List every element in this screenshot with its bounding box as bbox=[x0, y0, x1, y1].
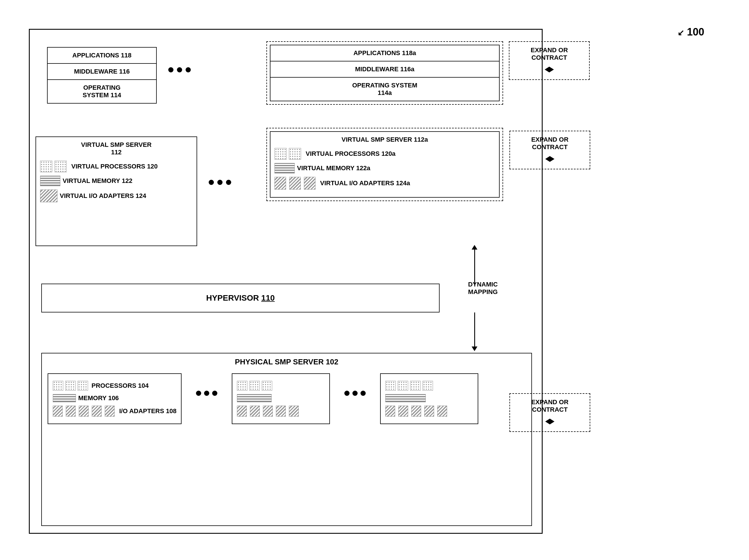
rvproc-icon-1 bbox=[275, 148, 286, 160]
pproc-icon-2 bbox=[65, 381, 76, 390]
phys-mid-box bbox=[232, 373, 330, 424]
r-pio-4 bbox=[424, 406, 434, 417]
left-vio-row: VIRTUAL I/O ADAPTERS 124 bbox=[40, 189, 193, 202]
right-vio-row: VIRTUAL I/O ADAPTERS 124a bbox=[275, 177, 495, 189]
left-software-stack: APPLICATIONS 118 MIDDLEWARE 116 OPERATIN… bbox=[47, 47, 157, 104]
arrow-head-right-phys bbox=[550, 419, 554, 424]
dynamic-mapping-label: DYNAMICMAPPING bbox=[448, 281, 517, 296]
vmem-icon bbox=[40, 176, 60, 186]
expand-box-top: EXPAND ORCONTRACT bbox=[509, 41, 590, 80]
arrow-head-left-mid bbox=[545, 156, 550, 162]
phys-left-box: PROCESSORS 104 MEMORY 106 bbox=[48, 373, 181, 424]
mid-pio-4 bbox=[276, 406, 286, 417]
phys-mid-mem-row bbox=[237, 394, 325, 402]
phys-mid-io-row bbox=[237, 406, 325, 417]
right-software-stack: APPLICATIONS 118a MIDDLEWARE 116a OPERAT… bbox=[270, 45, 500, 101]
r-pio-3 bbox=[411, 406, 421, 417]
right-vmem-label: VIRTUAL MEMORY 122a bbox=[297, 164, 370, 172]
arrow-head-right-mid bbox=[550, 156, 554, 162]
mid-pmem bbox=[237, 394, 272, 402]
dot1 bbox=[168, 67, 173, 72]
phys-dots-2 bbox=[344, 390, 366, 396]
diagram-container: ↙ 100 APPLICATIONS 118 MIDDLEWARE 116 OP… bbox=[17, 17, 710, 542]
left-vmem-row: VIRTUAL MEMORY 122 bbox=[40, 176, 193, 186]
arrow-head-right-top bbox=[549, 67, 554, 72]
expand-box-phys: EXPAND ORCONTRACT bbox=[510, 393, 590, 432]
rvio-icon-2 bbox=[289, 177, 301, 189]
phys-io-row: I/O ADAPTERS 108 bbox=[53, 406, 176, 417]
expand-arrow-mid bbox=[545, 156, 554, 162]
dot2 bbox=[177, 67, 182, 72]
r-pproc-4 bbox=[423, 381, 433, 390]
pio-icon-1 bbox=[53, 406, 63, 417]
left-vsmp-title: VIRTUAL SMP SERVER112 bbox=[40, 141, 193, 156]
phys-proc-label: PROCESSORS 104 bbox=[91, 382, 149, 389]
expand-contract-top: EXPAND ORCONTRACT bbox=[509, 41, 590, 80]
physical-section: PHYSICAL SMP SERVER 102 PROCESSORS 104 bbox=[41, 353, 532, 526]
expand-text-mid: EXPAND ORCONTRACT bbox=[531, 136, 568, 151]
arrow-head-left-top bbox=[544, 67, 549, 72]
pio-icon-2 bbox=[66, 406, 76, 417]
phys-right-box bbox=[380, 373, 478, 424]
rvproc-icon-2 bbox=[289, 148, 301, 160]
left-os-layer: OPERATINGSYSTEM 114 bbox=[48, 80, 156, 103]
left-vio-label: VIRTUAL I/O ADAPTERS 124 bbox=[60, 192, 146, 200]
rvio-icon-1 bbox=[275, 177, 286, 189]
mid-pproc-3 bbox=[262, 381, 272, 390]
left-vproc-label: VIRTUAL PROCESSORS 120 bbox=[71, 163, 157, 170]
mid-pproc-2 bbox=[249, 381, 260, 390]
right-applications-layer: APPLICATIONS 118a bbox=[271, 45, 499, 62]
phys-dots-1 bbox=[196, 390, 217, 396]
right-vio-label: VIRTUAL I/O ADAPTERS 124a bbox=[320, 179, 410, 187]
pio-icon-3 bbox=[79, 406, 89, 417]
pio-icon-5 bbox=[105, 406, 114, 417]
r-pproc-3 bbox=[410, 381, 421, 390]
phys-mem-label: MEMORY 106 bbox=[78, 395, 119, 402]
left-vproc-row: VIRTUAL PROCESSORS 120 bbox=[40, 161, 193, 172]
expand-box-mid: EXPAND ORCONTRACT bbox=[510, 131, 590, 170]
r-pproc-1 bbox=[385, 381, 396, 390]
expand-arrow-phys bbox=[545, 419, 554, 424]
pproc-icon-1 bbox=[53, 381, 63, 390]
phys-right-proc-row bbox=[385, 381, 473, 390]
left-middleware-layer: MIDDLEWARE 116 bbox=[48, 64, 156, 80]
rvmem-icon bbox=[275, 163, 295, 173]
main-box: APPLICATIONS 118 MIDDLEWARE 116 OPERATIN… bbox=[29, 29, 543, 534]
arrow-head-left-phys bbox=[545, 419, 550, 424]
mid-pio-1 bbox=[237, 406, 247, 417]
phys-mid-proc-row bbox=[237, 381, 325, 390]
vio-icon bbox=[40, 189, 58, 202]
phys-io-label: I/O ADAPTERS 108 bbox=[119, 407, 176, 415]
right-vproc-label: VIRTUAL PROCESSORS 120a bbox=[306, 150, 395, 158]
right-vsmp-title: VIRTUAL SMP SERVER 112a bbox=[275, 136, 495, 143]
dot3 bbox=[186, 67, 191, 72]
expand-contract-mid: EXPAND ORCONTRACT bbox=[510, 131, 590, 170]
right-os-layer: OPERATING SYSTEM114a bbox=[271, 77, 499, 101]
top-dots bbox=[168, 67, 191, 72]
pio-icon-4 bbox=[92, 406, 102, 417]
arrow-up-line bbox=[474, 249, 475, 284]
left-vsmp-box: VIRTUAL SMP SERVER112 VIRTUAL PROCESSORS… bbox=[36, 136, 197, 246]
left-applications-layer: APPLICATIONS 118 bbox=[48, 48, 156, 64]
vproc-icon-1 bbox=[40, 161, 52, 172]
pproc-icon-3 bbox=[78, 381, 88, 390]
mid-pproc-1 bbox=[237, 381, 248, 390]
r-pproc-2 bbox=[398, 381, 408, 390]
right-vproc-row: VIRTUAL PROCESSORS 120a bbox=[275, 148, 495, 160]
hypervisor-box: HYPERVISOR 110 bbox=[41, 284, 440, 312]
physical-inner: PROCESSORS 104 MEMORY 106 bbox=[42, 371, 531, 427]
right-vsmp-outer: VIRTUAL SMP SERVER 112a VIRTUAL PROCESSO… bbox=[266, 128, 503, 201]
vmid-dots bbox=[209, 180, 231, 185]
pmem-icon bbox=[53, 394, 76, 402]
r-pio-5 bbox=[437, 406, 447, 417]
vproc-icon-2 bbox=[55, 161, 67, 172]
phys-proc-row: PROCESSORS 104 bbox=[53, 381, 176, 390]
phys-right-io-row bbox=[385, 406, 473, 417]
physical-title: PHYSICAL SMP SERVER 102 bbox=[42, 354, 531, 371]
right-vsmp-box: VIRTUAL SMP SERVER 112a VIRTUAL PROCESSO… bbox=[270, 131, 500, 198]
rvio-icon-3 bbox=[304, 177, 316, 189]
right-vmem-row: VIRTUAL MEMORY 122a bbox=[275, 163, 495, 173]
right-software-outer: APPLICATIONS 118a MIDDLEWARE 116a OPERAT… bbox=[266, 41, 503, 105]
expand-text-top: EXPAND ORCONTRACT bbox=[531, 46, 568, 62]
mid-pio-2 bbox=[250, 406, 260, 417]
